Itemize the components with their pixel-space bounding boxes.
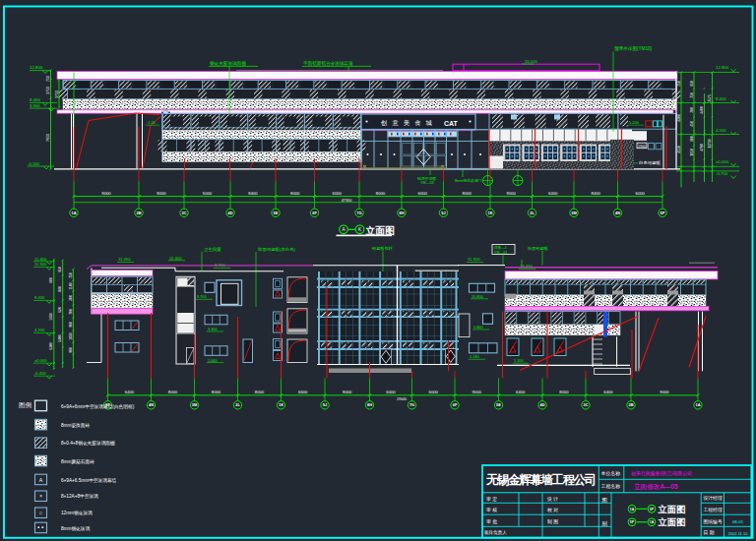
svg-text:5.200: 5.200 — [629, 120, 640, 125]
svg-text:A: A — [39, 477, 43, 483]
svg-text:9000: 9000 — [660, 390, 669, 394]
svg-text:4.200: 4.200 — [716, 128, 726, 133]
svg-text:2002.11.10: 2002.11.10 — [727, 531, 748, 536]
svg-text:预埋件详图: 预埋件详图 — [417, 176, 436, 181]
svg-text:6400: 6400 — [603, 390, 613, 394]
svg-text:5400: 5400 — [58, 334, 62, 342]
svg-text:47300: 47300 — [342, 199, 352, 203]
svg-text:9J: 9J — [323, 402, 327, 407]
svg-text:3575: 3575 — [708, 94, 712, 102]
svg-text:审 批: 审 批 — [486, 518, 497, 525]
svg-text:5.800: 5.800 — [473, 326, 483, 330]
svg-text:9000: 9000 — [101, 191, 111, 196]
svg-text:900: 900 — [690, 136, 694, 142]
svg-text:饰面铝塑板: 饰面铝塑板 — [527, 246, 548, 251]
svg-text:900: 900 — [69, 322, 73, 328]
svg-text:4N: 4N — [149, 402, 154, 407]
svg-text:600: 600 — [49, 277, 53, 283]
svg-text:1A: 1A — [696, 402, 701, 407]
svg-text:×: × — [39, 494, 42, 499]
svg-text:08-01: 08-01 — [732, 519, 744, 524]
svg-text:1050: 1050 — [69, 332, 73, 340]
svg-text:8H: 8H — [367, 402, 372, 407]
svg-text:6F: 6F — [312, 210, 317, 215]
svg-text:创美行政服务(镇江)有限公司: 创美行政服务(镇江)有限公司 — [631, 470, 692, 477]
svg-text:图例: 图例 — [19, 401, 32, 409]
svg-text:840: 840 — [58, 286, 62, 292]
svg-text:9.700: 9.700 — [197, 295, 207, 299]
svg-text:6400: 6400 — [516, 390, 526, 394]
svg-text:审 定: 审 定 — [486, 496, 497, 503]
svg-text:700: 700 — [69, 309, 73, 315]
svg-text:±0.000: ±0.000 — [34, 358, 47, 363]
svg-text:工程经理: 工程经理 — [704, 507, 723, 512]
svg-text:日 期: 日 期 — [704, 530, 715, 535]
svg-text:620: 620 — [58, 307, 62, 313]
svg-text:7650: 7650 — [46, 134, 50, 142]
svg-text:3C: 3C — [182, 210, 187, 215]
svg-text:立面图: 立面图 — [658, 504, 686, 514]
svg-text:1.640: 1.640 — [208, 359, 218, 363]
svg-text:8mm瓷质面砖: 8mm瓷质面砖 — [61, 422, 90, 429]
svg-text:立面图: 立面图 — [658, 516, 686, 527]
svg-text:6F: 6F — [453, 402, 458, 407]
svg-text:6300: 6300 — [49, 342, 53, 350]
svg-text:4N: 4N — [615, 210, 620, 215]
svg-text:8000: 8000 — [376, 191, 386, 196]
svg-text:预埋件详图(YM10): 预埋件详图(YM10) — [614, 45, 652, 52]
svg-text:-0.450: -0.450 — [34, 371, 46, 376]
svg-text:11.300: 11.300 — [468, 257, 480, 262]
svg-text:12.800: 12.800 — [716, 65, 729, 70]
svg-text:6000: 6000 — [386, 390, 396, 394]
svg-text:1A: 1A — [72, 210, 77, 215]
svg-text:CAT: CAT — [444, 120, 459, 127]
svg-text:1100: 1100 — [69, 282, 73, 289]
svg-text:制 图: 制 图 — [547, 518, 558, 525]
svg-text:8.400: 8.400 — [34, 295, 45, 300]
svg-text:2B: 2B — [137, 210, 142, 215]
svg-text:图: 图 — [602, 497, 607, 504]
svg-text:1A: 1A — [650, 520, 655, 524]
svg-text:1650: 1650 — [49, 313, 53, 321]
svg-text:8H: 8H — [400, 210, 405, 215]
svg-text:8400: 8400 — [248, 191, 258, 196]
svg-text:白色铝塑板: 白色铝塑板 — [639, 160, 662, 165]
svg-text:1A: 1A — [630, 508, 635, 511]
svg-text:5E: 5E — [274, 210, 279, 215]
svg-text:平面铝塑铝合金玻璃幕墙: 平面铝塑铝合金玻璃幕墙 — [303, 60, 353, 67]
svg-text:700: 700 — [690, 107, 694, 113]
svg-text:单位名称: 单位名称 — [601, 470, 621, 477]
svg-text:±0.000: ±0.000 — [716, 159, 729, 164]
svg-text:8.400: 8.400 — [30, 97, 41, 102]
svg-text:13.450: 13.450 — [520, 264, 533, 269]
svg-text:8000: 8000 — [559, 390, 569, 394]
svg-text:750: 750 — [677, 81, 681, 87]
svg-text:15.000: 15.000 — [525, 59, 537, 64]
svg-text:-1.20: -1.20 — [147, 121, 156, 125]
svg-text:8+12A+8中空玻璃: 8+12A+8中空玻璃 — [61, 493, 98, 499]
svg-text:饰面铝塑板(本白色): 饰面铝塑板(本白色) — [257, 247, 296, 252]
svg-text:1.100: 1.100 — [514, 359, 524, 363]
svg-text:立面修改A—05: 立面修改A—05 — [634, 483, 678, 491]
svg-text:8000: 8000 — [290, 191, 300, 196]
svg-text:3C: 3C — [584, 402, 589, 407]
svg-text:1950: 1950 — [690, 149, 694, 156]
svg-text:1K: 1K — [279, 402, 284, 407]
svg-text:5E: 5E — [496, 402, 501, 407]
svg-text:19040: 19040 — [397, 397, 407, 401]
svg-text:-0.100: -0.100 — [28, 161, 40, 166]
svg-text:4550: 4550 — [677, 146, 681, 153]
svg-text:3M: 3M — [571, 210, 576, 215]
svg-text:10.800: 10.800 — [472, 295, 483, 299]
svg-text:校 对: 校 对 — [546, 507, 558, 512]
svg-text:4.200: 4.200 — [34, 328, 45, 332]
svg-text:4D: 4D — [540, 402, 545, 407]
svg-text:铝塑板包柱: 铝塑板包柱 — [371, 246, 393, 251]
svg-text:4300: 4300 — [677, 114, 681, 122]
svg-text:300: 300 — [69, 295, 73, 301]
svg-text:-0.750: -0.750 — [716, 171, 728, 176]
svg-text:4D: 4D — [228, 210, 233, 215]
svg-text:3750: 3750 — [55, 90, 59, 98]
svg-text:7G: 7G — [410, 402, 414, 407]
svg-text:8mm钢化玻璃: 8mm钢化玻璃 — [61, 525, 90, 532]
